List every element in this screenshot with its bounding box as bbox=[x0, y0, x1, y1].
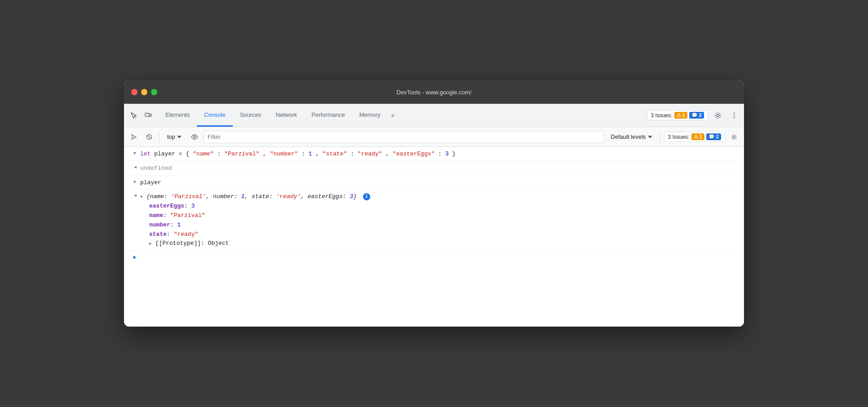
val-parzival: "Parzival" bbox=[224, 150, 259, 157]
tab-performance[interactable]: Performance bbox=[304, 104, 352, 127]
log-levels-label: Default levels bbox=[611, 133, 646, 140]
top-toolbar: Elements Console Sources Network Perform… bbox=[124, 104, 744, 127]
svg-point-5 bbox=[734, 115, 735, 116]
console-line-1: ▶ let player = { "name" : "Parzival" , "… bbox=[124, 147, 744, 161]
tabs-container: Elements Console Sources Network Perform… bbox=[158, 104, 647, 127]
filter-input[interactable] bbox=[204, 131, 604, 143]
traffic-lights bbox=[131, 89, 157, 95]
svg-point-10 bbox=[194, 136, 195, 138]
expand-icon-1[interactable]: ▶ bbox=[134, 150, 137, 155]
line-gutter-2: ◀ bbox=[124, 163, 140, 170]
input-gutter: ▶ bbox=[124, 254, 140, 261]
val-1: 1 bbox=[309, 150, 312, 157]
undefined-text: undefined bbox=[140, 165, 172, 172]
device-toggle-button[interactable] bbox=[142, 109, 155, 122]
window-title: DevTools - www.google.com/ bbox=[397, 89, 472, 96]
tab-network[interactable]: Network bbox=[269, 104, 305, 127]
property-eastereggs: easterEggs: 3 bbox=[140, 202, 740, 211]
key-state: "state" bbox=[323, 150, 347, 157]
key-eastereggs: "easterEggs" bbox=[393, 150, 435, 157]
toolbar-icons bbox=[128, 109, 155, 122]
svg-rect-2 bbox=[150, 114, 151, 116]
devtools-window: DevTools - www.google.com/ bbox=[124, 80, 744, 327]
issues-badge[interactable]: 3 Issues: ⚠ 1 💬 2 bbox=[647, 110, 708, 120]
prototype-row[interactable]: ▶ [[Prototype]]: Object bbox=[140, 239, 740, 248]
svg-point-11 bbox=[733, 136, 735, 137]
object-info-icon[interactable]: i bbox=[363, 193, 370, 200]
minimize-button[interactable] bbox=[141, 89, 147, 95]
warn-badge: ⚠ 1 bbox=[674, 112, 687, 119]
block-requests-button[interactable] bbox=[143, 131, 155, 143]
property-number: number: 1 bbox=[140, 221, 740, 230]
line-content-1: let player = { "name" : "Parzival" , "nu… bbox=[140, 149, 740, 159]
console-warn-badge: ⚠ 1 bbox=[691, 133, 704, 140]
line-content-2: undefined bbox=[140, 163, 740, 173]
eye-button[interactable] bbox=[188, 131, 201, 143]
object-preview: {name: 'Parzival', number: 1, state: 're… bbox=[146, 193, 360, 200]
clear-console-button[interactable] bbox=[128, 131, 140, 143]
settings-button[interactable] bbox=[712, 109, 724, 122]
property-state: state: "ready" bbox=[140, 230, 740, 239]
keyword-let: let bbox=[140, 150, 151, 157]
line-gutter-1: ▶ bbox=[124, 149, 140, 155]
svg-point-4 bbox=[734, 112, 735, 114]
console-line-3: ▶ player bbox=[124, 176, 744, 190]
output-indicator-2: ◀ bbox=[134, 164, 137, 170]
tab-memory[interactable]: Memory bbox=[352, 104, 388, 127]
console-info-badge: 💬 2 bbox=[706, 133, 721, 140]
console-issues-badge[interactable]: 3 Issues: ⚠ 1 💬 2 bbox=[664, 132, 725, 142]
val-3: 3 bbox=[445, 150, 449, 157]
input-chevron: ▶ bbox=[133, 254, 137, 261]
log-levels-selector[interactable]: Default levels bbox=[607, 132, 656, 142]
divider-2 bbox=[660, 132, 660, 142]
prototype-label: [[Prototype]]: Object bbox=[155, 240, 229, 247]
tab-sources[interactable]: Sources bbox=[233, 104, 269, 127]
issues-text: 3 Issues: bbox=[651, 112, 673, 119]
svg-point-3 bbox=[717, 114, 719, 116]
divider bbox=[159, 132, 159, 142]
titlebar: DevTools - www.google.com/ bbox=[124, 80, 744, 104]
line-gutter-4: ◀ bbox=[124, 191, 140, 198]
inspect-element-button[interactable] bbox=[128, 109, 140, 122]
tabs-overflow-button[interactable]: » bbox=[388, 104, 398, 127]
expand-prototype-icon[interactable]: ▶ bbox=[149, 241, 152, 246]
svg-point-6 bbox=[734, 117, 735, 118]
collapse-icon[interactable]: ▼ bbox=[140, 195, 143, 199]
svg-line-9 bbox=[147, 135, 151, 139]
context-label: top bbox=[167, 133, 175, 140]
right-toolbar: 3 Issues: ⚠ 1 💬 2 bbox=[647, 109, 740, 122]
console-toolbar: top Default levels 3 Issues: ⚠ 1 💬 2 bbox=[124, 127, 744, 147]
console-prompt[interactable] bbox=[140, 254, 144, 261]
line-content-3: player bbox=[140, 177, 740, 188]
console-line-4: ◀ ▼ {name: 'Parzival', number: 1, state:… bbox=[124, 190, 744, 251]
tab-elements[interactable]: Elements bbox=[158, 104, 197, 127]
key-name: "name" bbox=[193, 150, 214, 157]
console-issues-text: 3 Issues: bbox=[668, 134, 690, 140]
svg-marker-7 bbox=[132, 135, 136, 139]
val-ready: "ready" bbox=[358, 150, 382, 157]
info-badge: 💬 2 bbox=[689, 112, 704, 119]
maximize-button[interactable] bbox=[151, 89, 157, 95]
tab-console[interactable]: Console bbox=[197, 104, 233, 127]
key-number: "number" bbox=[270, 150, 298, 157]
line-gutter-3: ▶ bbox=[124, 177, 140, 184]
svg-rect-1 bbox=[145, 113, 149, 116]
console-settings-button[interactable] bbox=[728, 131, 740, 143]
property-name: name: "Parzival" bbox=[140, 211, 740, 221]
expand-icon-3[interactable]: ▶ bbox=[134, 179, 137, 184]
console-input-line[interactable]: ▶ bbox=[124, 251, 744, 263]
console-content: ▶ let player = { "name" : "Parzival" , "… bbox=[124, 147, 744, 327]
devtools-panel: Elements Console Sources Network Perform… bbox=[124, 104, 744, 327]
output-indicator-4: ◀ bbox=[134, 193, 137, 198]
object-header[interactable]: ▼ {name: 'Parzival', number: 1, state: '… bbox=[140, 192, 740, 202]
player-var: player bbox=[140, 179, 161, 186]
more-options-button[interactable] bbox=[728, 109, 740, 122]
console-line-2: ◀ undefined bbox=[124, 161, 744, 176]
context-selector[interactable]: top bbox=[163, 132, 186, 142]
line-content-4: ▼ {name: 'Parzival', number: 1, state: '… bbox=[140, 191, 740, 248]
close-button[interactable] bbox=[131, 89, 137, 95]
